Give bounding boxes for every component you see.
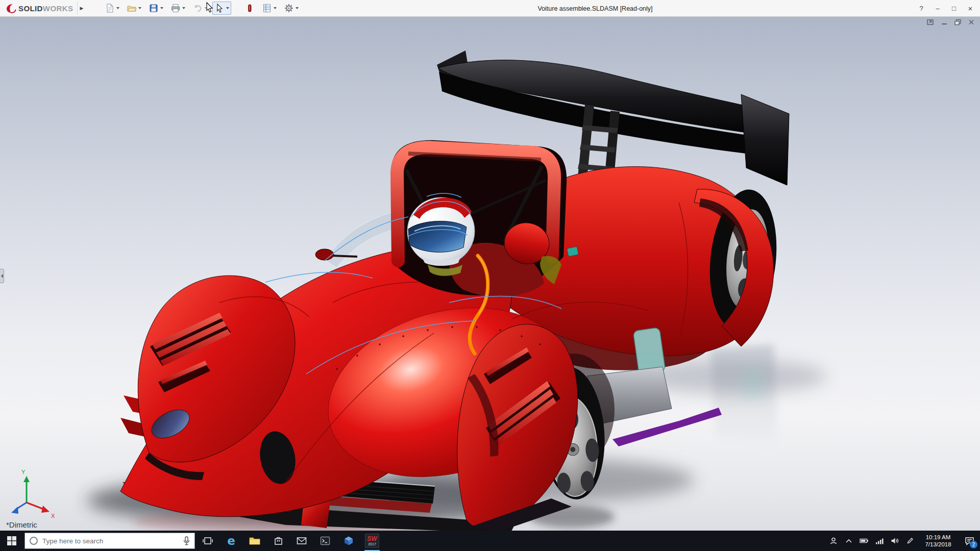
options-sheet-icon	[262, 3, 272, 13]
minimize-button[interactable]: –	[931, 3, 944, 15]
store-button[interactable]	[266, 531, 290, 551]
pen-icon	[906, 537, 914, 544]
mouse-cursor	[206, 2, 214, 13]
print-button[interactable]	[168, 2, 187, 15]
quick-access-toolbar	[103, 2, 301, 15]
save-button[interactable]	[146, 2, 165, 15]
task-view-icon	[203, 536, 213, 546]
cad-viewer-icon	[344, 536, 354, 546]
store-icon	[274, 536, 283, 546]
search-input[interactable]	[42, 537, 179, 545]
maximize-button[interactable]: □	[947, 3, 961, 15]
dropdown-caret-icon	[226, 7, 229, 9]
window-controls: ? – □ ×	[915, 0, 977, 17]
document-window-controls	[926, 19, 975, 26]
cad-viewer-button[interactable]	[337, 531, 360, 551]
battery-icon	[860, 538, 869, 544]
collapse-arrow-icon	[1, 274, 3, 278]
settings-button[interactable]	[282, 2, 301, 15]
feature-panel-collapse-tab[interactable]	[0, 269, 4, 283]
clock-time: 10:19 AM	[926, 534, 951, 541]
open-button[interactable]	[125, 2, 143, 15]
chevron-up-icon	[845, 538, 852, 543]
new-document-icon	[105, 3, 115, 13]
tray-overflow-button[interactable]	[841, 531, 856, 551]
dropdown-caret-icon	[138, 7, 141, 9]
reference-triad: Y X	[11, 469, 55, 519]
mail-button[interactable]	[290, 531, 313, 551]
dropdown-caret-icon	[160, 7, 163, 9]
volume-icon	[891, 537, 899, 544]
print-icon	[170, 3, 181, 13]
file-explorer-icon	[249, 536, 260, 545]
network-icon	[875, 538, 884, 544]
windows-logo-icon	[7, 536, 16, 545]
dropdown-caret-icon	[296, 7, 299, 9]
notification-badge: 2	[970, 541, 977, 548]
save-icon	[149, 3, 159, 13]
windows-taskbar: e SW 2	[0, 531, 980, 551]
task-view-button[interactable]	[196, 531, 219, 551]
car-model	[120, 51, 789, 531]
terminal-icon	[320, 536, 330, 545]
undo-icon	[192, 3, 203, 13]
open-icon	[127, 3, 137, 13]
gear-icon	[284, 3, 294, 13]
battery-button[interactable]	[856, 531, 872, 551]
select-arrow-icon	[214, 3, 225, 13]
mail-icon	[297, 537, 307, 545]
logo-text: SOLIDWORKS	[18, 4, 73, 13]
people-button[interactable]	[826, 531, 841, 551]
menu-expander-icon[interactable]: ▶	[77, 2, 85, 15]
xpress-tools-icon	[244, 3, 255, 13]
taskbar-search[interactable]	[24, 533, 195, 549]
triad-y-label: Y	[21, 469, 26, 475]
network-button[interactable]	[872, 531, 887, 551]
volume-button[interactable]	[887, 531, 902, 551]
people-icon	[829, 537, 838, 545]
view-orientation-label: *Dimetric	[6, 520, 37, 529]
help-button[interactable]: ?	[915, 3, 928, 15]
start-button[interactable]	[0, 531, 23, 551]
dropdown-caret-icon	[274, 7, 277, 9]
ds-logo-icon	[5, 3, 16, 14]
file-explorer-button[interactable]	[243, 531, 266, 551]
pen-button[interactable]	[902, 531, 918, 551]
side-mirror	[315, 249, 334, 260]
graphics-area: Y X *Dimetric	[0, 17, 980, 531]
new-document-button[interactable]	[103, 2, 121, 15]
close-button[interactable]: ×	[964, 3, 977, 15]
restore-pane-icon[interactable]	[954, 19, 962, 26]
dropdown-caret-icon	[116, 7, 119, 9]
triad-x-label: X	[51, 513, 55, 519]
close-pane-icon[interactable]	[968, 19, 975, 26]
solidworks-2017-button[interactable]: SW 2017	[360, 531, 384, 551]
terminal-button[interactable]	[313, 531, 337, 551]
options-sheet-button[interactable]	[260, 2, 279, 15]
window-title: Voiture assemblee.SLDASM [Read-only]	[537, 0, 652, 17]
edge-button[interactable]: e	[219, 531, 243, 551]
xpress-tools-button[interactable]	[242, 2, 257, 15]
select-button[interactable]	[212, 2, 231, 15]
dropdown-caret-icon	[182, 7, 185, 9]
pin-pane-icon[interactable]	[926, 19, 935, 26]
solidworks-logo: SOLIDWORKS	[0, 3, 77, 14]
clock-date: 7/13/2018	[925, 541, 951, 548]
action-center-button[interactable]: 2	[959, 531, 980, 551]
edge-icon: e	[227, 534, 235, 547]
minimize-pane-icon[interactable]	[941, 19, 948, 26]
clock[interactable]: 10:19 AM 7/13/2018	[918, 531, 959, 551]
solidworks-2017-icon: SW 2017	[365, 534, 379, 548]
cortana-icon	[29, 536, 38, 545]
microphone-icon[interactable]	[183, 536, 190, 545]
3d-viewport[interactable]: Y X	[0, 17, 980, 531]
titlebar: SOLIDWORKS ▶	[0, 0, 980, 17]
